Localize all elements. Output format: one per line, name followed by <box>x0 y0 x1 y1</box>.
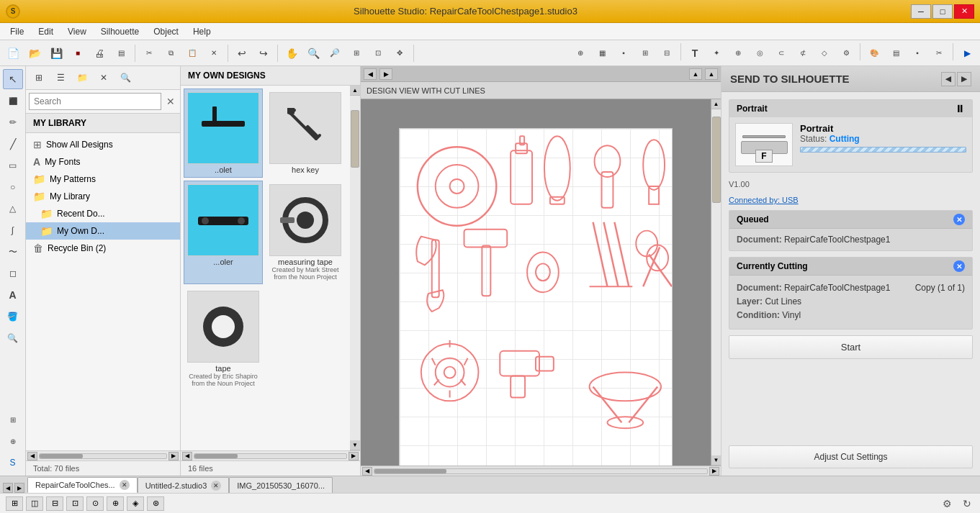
tree-item-own-designs[interactable]: 📁 My Own D... <box>26 222 180 240</box>
grid-button[interactable]: ▦ <box>592 43 612 63</box>
copy-button[interactable]: ⧉ <box>161 43 181 63</box>
library-scrollbar-horizontal[interactable]: ◀ ▶ <box>26 450 180 460</box>
tab-right-arrow[interactable]: ▶ <box>14 483 24 493</box>
scroll-right-arrow[interactable]: ▶ <box>349 452 359 460</box>
lib-new-folder[interactable]: 📁 <box>72 69 92 86</box>
design-item-tape[interactable]: tape Created by Eric Shapiro from the No… <box>184 287 263 391</box>
page-setup-tool[interactable]: ⊞ <box>3 409 23 430</box>
text-button[interactable]: T <box>685 43 705 63</box>
color-button[interactable]: 🎨 <box>864 43 884 63</box>
lib-grid-view[interactable]: ⊞ <box>29 69 49 86</box>
status-btn-7[interactable]: ◈ <box>127 496 144 511</box>
menu-help[interactable]: Help <box>186 25 218 38</box>
silhouette-tool[interactable]: S <box>3 453 23 473</box>
print-button[interactable]: 🖨 <box>89 43 109 63</box>
tab-close-button[interactable]: ✕ <box>120 480 130 490</box>
start-button[interactable]: Start <box>729 335 973 359</box>
pause-icon[interactable]: ⏸ <box>955 103 965 114</box>
menu-file[interactable]: File <box>3 25 31 38</box>
snap-button[interactable]: ⊕ <box>570 43 590 63</box>
tab-repair-cafe[interactable]: RepairCafeToolChes... ✕ <box>27 477 138 493</box>
canvas-scroll-track[interactable] <box>711 109 721 455</box>
status-btn-3[interactable]: ⊟ <box>46 496 63 511</box>
offset-button[interactable]: ◎ <box>750 43 770 63</box>
adjust-cut-settings-button[interactable]: Adjust Cut Settings <box>729 445 973 468</box>
line-tool[interactable]: ╱ <box>3 134 23 154</box>
scroll-left[interactable]: ◀ <box>362 467 372 476</box>
refresh-icon[interactable]: ↻ <box>960 496 974 511</box>
node-tool[interactable]: ⬛ <box>3 91 23 111</box>
replicate-button[interactable]: ⊕ <box>728 43 748 63</box>
designs-scrollbar-vertical[interactable]: ▲ ▼ <box>350 86 360 450</box>
text-tool[interactable]: A <box>3 285 23 305</box>
canvas-scroll-thumb[interactable] <box>712 117 721 203</box>
menu-view[interactable]: View <box>60 25 94 38</box>
cutting-close-button[interactable]: ✕ <box>953 260 965 272</box>
print2-button[interactable]: ▤ <box>111 43 131 63</box>
modify-button[interactable]: ⊄ <box>793 43 813 63</box>
canvas-prev-arrow[interactable]: ◀ <box>364 68 377 80</box>
lib-list-view[interactable]: ☰ <box>50 69 71 86</box>
status-btn-4[interactable]: ⊡ <box>66 496 84 511</box>
tab-img[interactable]: IMG_20150530_16070... <box>229 477 333 493</box>
menu-silhouette[interactable]: Silhouette <box>94 25 146 38</box>
canvas-main[interactable]: silhouette silhouette <box>361 99 711 466</box>
3d-button[interactable]: ◇ <box>814 43 835 63</box>
tree-item-patterns[interactable]: 📁 My Patterns <box>26 171 180 188</box>
save-button[interactable]: 💾 <box>46 43 66 63</box>
status-btn-6[interactable]: ⊕ <box>107 496 124 511</box>
redo-button[interactable]: ↪ <box>253 43 274 63</box>
canvas-scrollbar-horizontal[interactable]: ◀ ▶ <box>361 466 721 476</box>
scroll-left-arrow[interactable]: ◀ <box>182 452 192 460</box>
design-page[interactable]: silhouette silhouette <box>399 128 673 466</box>
scroll-left-arrow[interactable]: ◀ <box>27 452 37 460</box>
fill-tool[interactable]: 🪣 <box>3 307 23 327</box>
scroll-track[interactable] <box>350 96 360 440</box>
lib-delete[interactable]: ✕ <box>94 69 114 86</box>
zoom-fit-button[interactable]: ⊞ <box>346 43 367 63</box>
trace-button[interactable]: ✦ <box>706 43 727 63</box>
close-button[interactable]: ✕ <box>954 4 974 19</box>
design-item-measuring-tape[interactable]: measuring tape Created by Mark Street fr… <box>266 181 345 284</box>
tree-item-recent[interactable]: 📁 Recent Do... <box>26 205 180 222</box>
scroll-thumb[interactable] <box>351 110 359 168</box>
collapse-right-arrow[interactable]: ▶ <box>957 72 971 86</box>
design-item-hexkey[interactable]: hex key <box>266 88 345 178</box>
zoom-tool[interactable]: 🔍 <box>3 328 23 348</box>
status-btn-5[interactable]: ⊙ <box>86 496 104 511</box>
scroll-thumb[interactable] <box>40 454 83 458</box>
collapse-left-arrow[interactable]: ◀ <box>941 72 956 86</box>
mirror-button[interactable]: ⊟ <box>657 43 677 63</box>
search-clear-button[interactable]: ✕ <box>164 95 177 108</box>
design-item-cyan1[interactable]: ..olet <box>184 88 263 178</box>
save-as-button[interactable]: ■ <box>68 43 88 63</box>
freehand-tool[interactable]: 〜 <box>3 242 23 262</box>
scroll-right[interactable]: ▶ <box>709 467 719 476</box>
zoom-in-button[interactable]: 🔍 <box>303 43 323 63</box>
status-btn-8[interactable]: ⊛ <box>147 496 164 511</box>
paste-button[interactable]: 📋 <box>182 43 202 63</box>
canvas-h-thumb[interactable] <box>374 469 446 473</box>
tab-untitled[interactable]: Untitled-2.studio3 ✕ <box>138 477 230 493</box>
print-cut-button[interactable]: ▪ <box>907 43 927 63</box>
scroll-up-arrow[interactable]: ▲ <box>350 86 360 96</box>
zoom-out-button[interactable]: 🔎 <box>325 43 345 63</box>
status-btn-1[interactable]: ⊞ <box>6 496 23 511</box>
canvas-scroll-down[interactable]: ▼ <box>711 455 721 466</box>
scroll-track[interactable] <box>39 453 167 459</box>
shape-tool[interactable]: ▭ <box>3 155 23 176</box>
undo-button[interactable]: ↩ <box>232 43 252 63</box>
polygon-tool[interactable]: △ <box>3 199 23 219</box>
tab-left-arrow[interactable]: ◀ <box>3 483 13 493</box>
registration-tool[interactable]: ⊕ <box>3 431 23 451</box>
circle-tool[interactable]: ○ <box>3 177 23 197</box>
draw-tool[interactable]: ✏ <box>3 112 23 132</box>
hand-tool-button[interactable]: ✋ <box>282 43 302 63</box>
connected-by-usb[interactable]: Connected by: USB <box>729 196 973 204</box>
machine-f-button[interactable]: F <box>755 150 773 163</box>
canvas-h-track[interactable] <box>374 468 708 474</box>
tree-item-recycle-bin[interactable]: 🗑 Recycle Bin (2) <box>26 240 180 257</box>
select-tool[interactable]: ↖ <box>3 69 23 89</box>
tree-item-library[interactable]: 📁 My Library <box>26 188 180 205</box>
weld-button[interactable]: ⊂ <box>771 43 791 63</box>
